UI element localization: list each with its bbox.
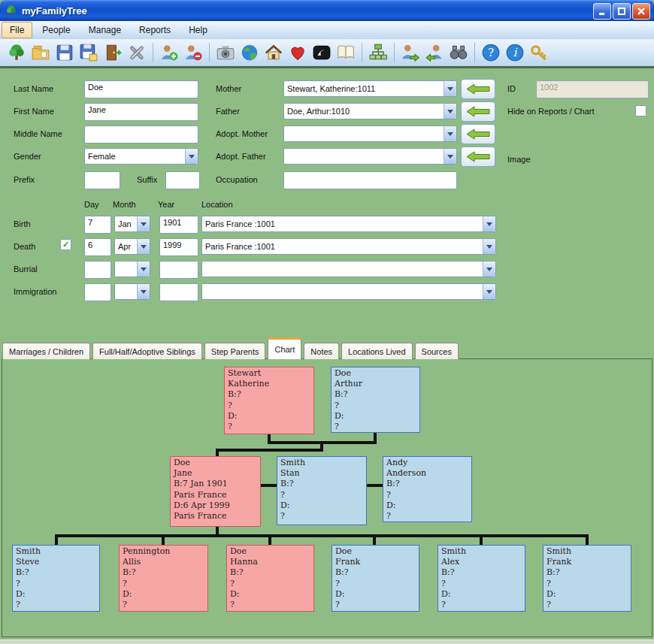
- close-button[interactable]: [632, 3, 650, 20]
- person-arrow-right-icon[interactable]: [400, 42, 421, 63]
- book-icon[interactable]: [335, 42, 356, 63]
- father-select[interactable]: Doe, Arthur:1010: [283, 103, 457, 119]
- death-day-field[interactable]: 6: [84, 238, 111, 256]
- maximize-button[interactable]: [613, 3, 631, 20]
- birth-year-field[interactable]: 1901: [159, 216, 198, 234]
- menu-file[interactable]: File: [2, 22, 32, 38]
- save-as-icon[interactable]: [78, 42, 99, 63]
- burial-location-select[interactable]: [201, 261, 496, 277]
- middle-name-field[interactable]: [84, 125, 198, 144]
- immigration-location-select[interactable]: [201, 283, 496, 300]
- toolbar: ? i: [0, 39, 654, 66]
- immigration-year-field[interactable]: [159, 283, 198, 301]
- tree-icon[interactable]: [6, 42, 27, 63]
- exit-door-icon[interactable]: [102, 42, 123, 63]
- card-icon[interactable]: [311, 42, 332, 63]
- tab-marriages-children[interactable]: Marriages / Children: [2, 343, 90, 359]
- chevron-down-icon[interactable]: [185, 149, 198, 164]
- goto-adopt-mother-button[interactable]: [461, 124, 495, 144]
- chevron-down-icon[interactable]: [483, 216, 495, 231]
- tree-node-smith-stan[interactable]: Smith Stan B:? ? D: ?: [277, 456, 367, 525]
- chevron-down-icon[interactable]: [444, 149, 456, 164]
- tab-step-parents[interactable]: Step Parents: [204, 343, 266, 359]
- minimize-button[interactable]: [593, 3, 611, 20]
- chevron-down-icon[interactable]: [137, 216, 150, 231]
- key-icon[interactable]: [528, 42, 550, 63]
- tree-node-doe-arthur[interactable]: Doe Arthur B:? ? D: ?: [331, 367, 420, 433]
- tree-node-smith-steve[interactable]: Smith Steve B:? ? D: ?: [12, 545, 100, 612]
- camera-icon[interactable]: [215, 42, 236, 63]
- burial-month-select[interactable]: [114, 261, 150, 277]
- save-icon[interactable]: [54, 42, 75, 63]
- tree-node-smith-alex[interactable]: Smith Alex B:? ? D: ?: [438, 545, 525, 612]
- chevron-down-icon[interactable]: [137, 284, 150, 299]
- heart-icon[interactable]: [287, 42, 308, 63]
- tab-sources[interactable]: Sources: [415, 343, 459, 359]
- goto-adopt-father-button[interactable]: [461, 147, 495, 167]
- death-location-select[interactable]: Paris France :1001: [201, 238, 496, 255]
- prefix-field[interactable]: [84, 171, 120, 189]
- suffix-field[interactable]: [165, 171, 200, 189]
- binoculars-icon[interactable]: [448, 42, 469, 63]
- globe-icon[interactable]: [239, 42, 260, 63]
- chevron-down-icon[interactable]: [483, 262, 495, 277]
- chevron-down-icon[interactable]: [444, 104, 456, 119]
- menu-help[interactable]: Help: [180, 22, 216, 38]
- tree-node-smith-frank[interactable]: Smith Frank B:? ? D: ?: [543, 545, 631, 612]
- menu-reports[interactable]: Reports: [131, 22, 179, 38]
- chevron-down-icon[interactable]: [444, 126, 456, 141]
- home-icon[interactable]: [263, 42, 284, 63]
- adopt-father-select[interactable]: [283, 148, 457, 165]
- person-arrow-left-icon[interactable]: [424, 42, 445, 63]
- birth-location-select[interactable]: Paris France :1001: [201, 216, 496, 232]
- info-icon[interactable]: i: [504, 42, 525, 63]
- burial-day-field[interactable]: [84, 261, 111, 279]
- immigration-day-field[interactable]: [84, 283, 111, 301]
- add-person-icon[interactable]: [159, 42, 180, 63]
- occupation-field[interactable]: [283, 171, 457, 189]
- last-name-field[interactable]: Doe: [84, 80, 198, 98]
- hide-on-reports-checkbox[interactable]: [635, 105, 646, 116]
- death-year-field[interactable]: 1999: [159, 238, 198, 256]
- help-icon[interactable]: ?: [480, 42, 501, 63]
- chevron-down-icon[interactable]: [137, 239, 150, 254]
- menu-manage[interactable]: Manage: [80, 22, 129, 38]
- window-bottom-edge: [0, 639, 654, 644]
- gender-select[interactable]: Female: [84, 148, 198, 165]
- remove-person-icon[interactable]: [183, 42, 204, 63]
- burial-year-field[interactable]: [159, 261, 198, 279]
- first-name-field[interactable]: Jane: [84, 103, 198, 121]
- tab-siblings[interactable]: Full/Half/Adoptive Siblings: [92, 343, 202, 359]
- chevron-down-icon[interactable]: [483, 284, 495, 299]
- tools-icon[interactable]: [126, 42, 147, 63]
- goto-father-button[interactable]: [461, 101, 495, 122]
- tree-node-doe-hanna[interactable]: Doe Hanna B:? ? D: ?: [226, 545, 314, 612]
- month-header: Month: [113, 200, 136, 209]
- tree-node-doe-frank[interactable]: Doe Frank B:? ? D: ?: [332, 545, 419, 612]
- tree-node-doe-jane[interactable]: Doe Jane B:7 Jan 1901 Paris France D:6 A…: [170, 456, 261, 527]
- tree-node-andy-anderson[interactable]: Andy Anderson B:? ? D: ?: [383, 456, 472, 522]
- birth-month-select[interactable]: Jan: [114, 216, 150, 232]
- death-month-select[interactable]: Apr: [114, 238, 150, 255]
- chevron-down-icon[interactable]: [137, 262, 150, 277]
- tab-chart[interactable]: Chart: [268, 337, 301, 359]
- adopt-mother-label: Adopt. Mother: [216, 129, 268, 138]
- org-chart-icon[interactable]: [368, 42, 389, 63]
- birth-day-field[interactable]: 7: [84, 216, 111, 234]
- chevron-down-icon[interactable]: [483, 239, 495, 254]
- immigration-month-select[interactable]: [114, 283, 150, 300]
- menu-people[interactable]: People: [34, 22, 78, 38]
- title-bar[interactable]: myFamilyTree: [0, 0, 654, 21]
- goto-mother-button[interactable]: [461, 79, 495, 99]
- tab-locations-lived[interactable]: Locations Lived: [341, 343, 412, 359]
- adopt-mother-select[interactable]: [283, 125, 457, 142]
- death-location-value: Paris France :1001: [202, 242, 483, 251]
- tab-notes[interactable]: Notes: [304, 343, 339, 359]
- mother-select[interactable]: Stewart, Katherine:1011: [283, 80, 457, 97]
- open-folder-icon[interactable]: [30, 42, 51, 63]
- chevron-down-icon[interactable]: [444, 81, 456, 96]
- death-checkbox[interactable]: [60, 239, 71, 250]
- tree-node-pennington-allis[interactable]: Pennington Allis B:? ? D: ?: [119, 545, 208, 612]
- app-window: myFamilyTree File People Manage Reports …: [0, 0, 654, 644]
- tree-node-stewart-katherine[interactable]: Stewart Katherine B:? ? D: ?: [224, 367, 314, 434]
